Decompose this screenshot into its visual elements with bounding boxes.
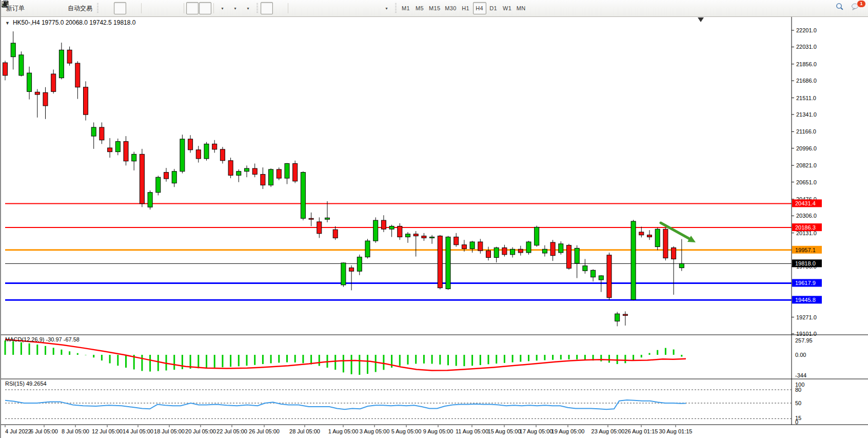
candle-body bbox=[631, 221, 636, 300]
tf-mn-button[interactable]: MN bbox=[515, 2, 528, 14]
price-tick-label: 20651.0 bbox=[796, 179, 817, 185]
notifications-button[interactable]: 1 bbox=[851, 2, 863, 14]
tf-m15-label: M15 bbox=[429, 5, 440, 11]
chart-title: ▼HK50-,H4 19775.0 20068.0 19742.5 19818.… bbox=[5, 19, 135, 26]
new-chart-button[interactable]: ▾ bbox=[216, 2, 228, 14]
bar-chart-button[interactable] bbox=[101, 2, 113, 14]
profiles-button[interactable]: ▾ bbox=[229, 2, 241, 14]
tf-w1-button[interactable]: W1 bbox=[501, 2, 514, 14]
candle-body bbox=[325, 218, 330, 219]
chevron-down-icon: ▾ bbox=[247, 6, 249, 11]
candle-body bbox=[607, 255, 611, 298]
candle-body bbox=[389, 226, 394, 230]
time-tick-label: 3 Aug 05:00 bbox=[360, 428, 390, 434]
rsi-axis-label: 50 bbox=[795, 400, 801, 406]
candle-body bbox=[51, 74, 56, 91]
candle-body bbox=[575, 248, 579, 263]
candle-body bbox=[679, 263, 684, 268]
price-badge-label: 19818.0 bbox=[795, 260, 816, 266]
price-tick-label: 21856.0 bbox=[796, 61, 817, 67]
tf-m5-button[interactable]: M5 bbox=[413, 2, 426, 14]
rsi-axis-label: 80 bbox=[795, 387, 801, 393]
search-button[interactable] bbox=[835, 2, 847, 14]
candle-body bbox=[413, 234, 418, 236]
price-badge-label: 19617.9 bbox=[795, 280, 816, 286]
candle-body bbox=[75, 63, 80, 87]
fibonacci-button[interactable]: F bbox=[342, 2, 354, 14]
tf-m5-label: M5 bbox=[416, 5, 424, 11]
time-tick-label: 20 Jul 05:00 bbox=[185, 428, 216, 434]
chart-shift-marker-icon[interactable] bbox=[698, 17, 704, 22]
tf-m15-button[interactable]: M15 bbox=[427, 2, 442, 14]
auto-trading-button[interactable]: 自动交易 bbox=[66, 2, 94, 14]
broadcast-button[interactable] bbox=[53, 2, 65, 14]
chart-shift-button[interactable] bbox=[199, 2, 211, 14]
price-tick-label: 22201.0 bbox=[796, 27, 817, 33]
text-label-button[interactable]: T bbox=[367, 2, 380, 14]
arrows-button[interactable]: ▾ bbox=[380, 2, 392, 14]
tf-m30-button[interactable]: M30 bbox=[443, 2, 458, 14]
candle-body bbox=[357, 257, 362, 272]
cursor-button[interactable] bbox=[261, 2, 273, 14]
candle-body bbox=[381, 220, 386, 229]
crosshair-button[interactable] bbox=[273, 2, 286, 14]
zoom-in-button[interactable] bbox=[144, 2, 156, 14]
candle-body bbox=[655, 229, 660, 246]
toolbar-separator bbox=[141, 3, 142, 13]
candle-body bbox=[124, 142, 128, 161]
price-tick-label: 20821.0 bbox=[796, 162, 817, 168]
vertical-line-button[interactable] bbox=[290, 2, 303, 14]
tf-h4-button[interactable]: H4 bbox=[473, 2, 486, 14]
tf-d1-button[interactable]: D1 bbox=[487, 2, 500, 14]
line-chart-button[interactable] bbox=[127, 2, 139, 14]
macd-axis-label: 0.00 bbox=[795, 352, 806, 358]
candle-body bbox=[406, 234, 410, 237]
text-button[interactable]: A bbox=[354, 2, 367, 14]
time-tick-label: 6 Jul 05:00 bbox=[30, 428, 58, 434]
equidistant-channel-button[interactable]: E bbox=[329, 2, 341, 14]
candle-body bbox=[132, 154, 136, 161]
price-tick-label: 20996.0 bbox=[796, 145, 817, 151]
trendline-button[interactable] bbox=[316, 2, 328, 14]
tf-h1-button[interactable]: H1 bbox=[459, 2, 472, 14]
candle-chart-button[interactable] bbox=[114, 2, 126, 14]
rsi-axis-label: 0 bbox=[795, 419, 798, 425]
styler-button[interactable] bbox=[27, 2, 40, 14]
candle-body bbox=[261, 174, 265, 185]
time-tick-label: 14 Jul 05:00 bbox=[123, 428, 153, 434]
candle-body bbox=[115, 142, 120, 152]
candle-body bbox=[583, 266, 587, 271]
candle-body bbox=[220, 149, 225, 161]
candle-body bbox=[11, 43, 15, 57]
candle-body bbox=[293, 163, 298, 181]
zoom-out-button[interactable] bbox=[156, 2, 169, 14]
time-tick-label: 28 Jul 05:00 bbox=[289, 428, 320, 434]
tf-w1-label: W1 bbox=[503, 5, 511, 11]
chart-canvas[interactable]: 22201.022031.021856.021686.021511.021341… bbox=[1, 0, 868, 438]
candle-body bbox=[494, 247, 499, 257]
candle-body bbox=[647, 235, 652, 237]
toolbar-gripper bbox=[257, 3, 258, 13]
toolbar-separator bbox=[213, 3, 214, 13]
templates-button[interactable]: ▾ bbox=[242, 2, 254, 14]
candle-body bbox=[470, 242, 475, 249]
candle-body bbox=[550, 242, 555, 256]
community-button[interactable] bbox=[40, 2, 52, 14]
candle-body bbox=[156, 177, 161, 193]
auto-scroll-button[interactable] bbox=[186, 2, 199, 14]
candle-body bbox=[559, 244, 563, 253]
candle-body bbox=[510, 249, 515, 254]
time-tick-label: 8 Jul 05:00 bbox=[62, 428, 89, 434]
toolbar-separator bbox=[288, 3, 288, 13]
time-tick-label: 22 Jul 05:00 bbox=[216, 428, 247, 434]
horizontal-line-button[interactable] bbox=[303, 2, 315, 14]
candle-body bbox=[84, 87, 88, 115]
tf-mn-label: MN bbox=[517, 5, 526, 11]
tf-m1-button[interactable]: M1 bbox=[399, 2, 412, 14]
one-click-trading-arrow-icon[interactable]: ▼ bbox=[5, 21, 10, 26]
tf-m30-label: M30 bbox=[445, 5, 456, 11]
candle-body bbox=[91, 127, 96, 136]
price-tick-label: 22031.0 bbox=[796, 44, 817, 50]
tile-windows-button[interactable] bbox=[169, 2, 182, 14]
tf-h1-label: H1 bbox=[462, 5, 469, 11]
